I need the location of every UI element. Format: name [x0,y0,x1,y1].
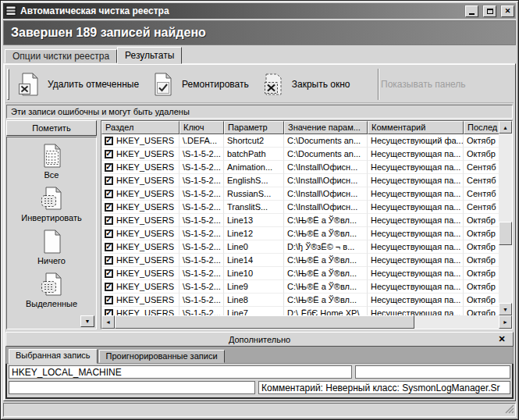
horizontal-scroll-track[interactable] [115,315,499,329]
scroll-up-icon: ▲ [503,125,508,130]
close-button[interactable]: ✕ [501,5,514,17]
row-checkbox[interactable]: ✓ [105,283,113,291]
resize-grip[interactable] [504,404,514,415]
column-header-value[interactable]: Значение парам... [284,121,368,134]
row-checkbox[interactable]: ✓ [105,216,113,225]
cell-param: Line9 [224,280,284,294]
row-checkbox[interactable]: ✓ [105,296,113,304]
tab-results[interactable]: Результаты [117,47,182,64]
table-row[interactable]: ✓ HKEY_USERS \S-1-5-2... Line13 C:\Њ®Ё а… [101,214,499,227]
cell-key: \S-1-5-2... [180,201,224,214]
repair-button[interactable]: Ремонтировать [148,69,258,99]
results-panel: Удалить отмеченные Ремонтировать [3,63,516,401]
record-extra-field[interactable] [355,365,510,379]
tab-ignored-records[interactable]: Проигнорированные записи [99,350,225,363]
cell-key: \S-1-5-2... [180,280,224,294]
tab-registry-options[interactable]: Опции чистки реестра [5,49,117,63]
cell-section: HKEY_USERS [116,149,174,158]
mark-panel-title: Пометить [6,120,97,136]
cell-section: HKEY_USERS [116,162,174,172]
extra-panel: Дополнительно ✕ Выбранная запись Проигно… [5,332,514,399]
row-checkbox[interactable]: ✓ [105,256,113,265]
table-row[interactable]: ✓ HKEY_USERS \S-1-5-2... Line0 D:\ђ Ў®зЁ… [101,240,499,254]
mark-selected-icon [38,272,65,298]
column-header-date[interactable]: Послед [464,121,499,134]
horizontal-scroll-thumb[interactable] [115,315,414,329]
cell-value: D:\ђ Ў®зЁ© ¬ в... [284,240,368,254]
horizontal-scrollbar: ◄ ► [101,315,512,329]
cell-key: \S-1-5-2... [180,227,224,240]
scroll-down-button[interactable]: ▼ [499,303,512,315]
show-panel-button[interactable]: Показывать панель [379,77,512,91]
repair-icon [150,71,176,98]
record-path-field[interactable] [9,365,352,379]
column-header-comment[interactable]: Комментарий [368,121,464,134]
mark-selected-button[interactable]: Выделенные [26,272,77,308]
row-checkbox[interactable]: ✓ [105,150,113,158]
column-header-param[interactable]: Параметр [224,121,284,134]
cell-comment: Несуществующая па... [368,148,464,161]
table-row[interactable]: ✓ HKEY_USERS \S-1-5-2... batchPath C:\Do… [101,148,499,161]
scroll-left-button[interactable]: ◄ [101,315,115,329]
progress-banner: Завершен 189 записей найдено [3,20,516,45]
cell-section: HKEY_USERS [116,295,174,304]
table-row[interactable]: ✓ HKEY_USERS \S-1-5-2... EnglishS... C:\… [101,174,499,187]
table-row[interactable]: ✓ HKEY_USERS \S-1-5-2... Line10 C:\Њ®Ё а… [101,267,499,280]
close-window-button[interactable]: Закрыть окно [258,69,360,99]
row-checkbox[interactable]: ✓ [105,309,113,316]
row-checkbox[interactable]: ✓ [105,176,113,185]
row-checkbox[interactable]: ✓ [105,137,113,145]
vertical-scroll-thumb[interactable] [499,222,512,245]
table-row[interactable]: ✓ HKEY_USERS \S-1-5-2... RussianS... C:\… [101,187,499,201]
table-row[interactable]: ✓ HKEY_USERS \S-1-5-2... Line12 C:\Њ®Ё а… [101,227,499,240]
record-param-field[interactable] [9,381,255,394]
row-checkbox[interactable]: ✓ [105,203,113,212]
cell-param: Line8 [224,294,284,307]
mark-invert-button[interactable]: Инвертировать [21,186,81,222]
column-header-key[interactable]: Ключ [180,121,224,134]
toolbar-gripper[interactable] [7,69,9,100]
row-checkbox[interactable]: ✓ [105,190,113,198]
extra-panel-title: Дополнительно [23,335,496,344]
row-checkbox[interactable]: ✓ [105,163,113,172]
cell-param: Line10 [224,267,284,280]
vertical-scroll-track[interactable] [499,133,512,303]
info-line-text: Эти записи ошибочны и могут быть удалены [11,107,190,116]
table-row[interactable]: ✓ HKEY_USERS \.DEFA... Shortcut2 C:\Docu… [101,134,499,148]
cell-section: HKEY_USERS [116,269,174,278]
delete-marked-button[interactable]: Удалить отмеченные [14,69,148,99]
table-row[interactable]: ✓ HKEY_USERS \S-1-5-2... TranslitS... C:… [101,201,499,214]
cell-date: Октябр [464,227,499,240]
row-checkbox[interactable]: ✓ [105,243,113,251]
cell-date: Октябр [464,307,499,315]
scroll-right-button[interactable]: ► [499,315,512,329]
cell-param: Animation... [224,161,284,174]
extra-panel-close-button[interactable]: ✕ [496,334,508,344]
minimize-button[interactable] [465,5,478,17]
row-checkbox[interactable]: ✓ [105,230,113,238]
cell-param: Shortcut2 [224,134,284,148]
status-bar [3,403,516,417]
table-row[interactable]: ✓ HKEY_USERS \S-1-5-2... Line8 C:\Њ®Ё а … [101,294,499,307]
table-row[interactable]: ✓ HKEY_USERS \S-1-5-2... Line7 D:\„ЁбЄ H… [101,307,499,315]
cell-param: Line0 [224,240,284,254]
cell-section: HKEY_USERS [116,255,174,265]
mark-all-button[interactable]: Все [38,143,65,180]
scroll-up-button[interactable]: ▲ [499,121,512,133]
mark-invert-label: Инвертировать [21,213,81,222]
window-title: Автоматическая чистка реестра [20,5,460,16]
table-body: ✓ HKEY_USERS \.DEFA... Shortcut2 C:\Docu… [101,134,499,315]
cell-value: C:\Install\Офисн... [284,187,368,201]
tab-selected-record[interactable]: Выбранная запись [9,349,98,364]
table-row[interactable]: ✓ HKEY_USERS \S-1-5-2... Animation... C:… [101,161,499,174]
table-row[interactable]: ✓ HKEY_USERS \S-1-5-2... Line9 C:\Њ®Ё а … [101,280,499,294]
scroll-right-icon: ► [503,319,508,325]
mark-none-label: Ничего [37,256,66,265]
cell-value: C:\Documents an... [284,148,368,161]
row-checkbox[interactable]: ✓ [105,269,113,278]
column-header-section[interactable]: Раздел [101,121,180,134]
mark-dropdown-button[interactable]: ▼ [80,315,94,327]
maximize-button[interactable] [483,5,496,17]
mark-none-button[interactable]: Ничего [37,229,66,265]
table-row[interactable]: ✓ HKEY_USERS \S-1-5-2... Line14 C:\Њ®Ё а… [101,254,499,267]
